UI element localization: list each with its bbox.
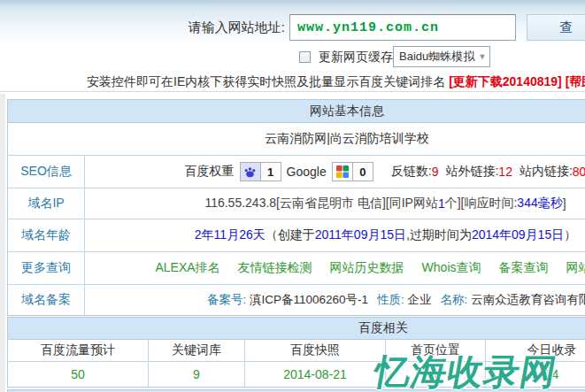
- site-info-table: 网站基本信息 云南消防网|尚云消防培训学校 SEO信息 百度权重 1 Googl…: [7, 99, 585, 316]
- google-pr-value: 0: [352, 163, 373, 181]
- site-info-header: 网站基本信息: [8, 100, 585, 123]
- same-ip-count[interactable]: 1: [438, 196, 445, 211]
- seo-tool-page: 请输入网站地址: 查 询 更新网页缓存 Baidu蜘蛛模拟 ▼ 安装控件即可在I…: [0, 0, 585, 392]
- horizontal-divider: [0, 91, 585, 92]
- domain-beian-content: 备案号: 滇ICP备11006260号-1 性质: 企业 名称: 云南众适教育咨…: [85, 285, 585, 315]
- same-ip-prefix: [同IP网站: [386, 196, 438, 211]
- help-link[interactable]: [帮助]: [562, 74, 585, 88]
- domain-ip-label: 域名IP: [8, 188, 85, 219]
- outlinks-value: 12: [498, 165, 512, 179]
- more-queries-content: ALEXA排名友情链接检测网站历史数据Whois查询备案查询网站排名: [85, 252, 585, 284]
- refresh-cache-label: 更新网页缓存: [319, 50, 393, 65]
- same-ip-suffix: 个]: [445, 196, 461, 211]
- value-traffic-estimate: 50: [8, 362, 149, 387]
- google-icon: [333, 163, 352, 181]
- baidu-weight-value: 1: [260, 163, 281, 181]
- beian-name-label: 名称:: [441, 293, 472, 306]
- google-pr-badge[interactable]: 0: [332, 162, 373, 181]
- age-suffix: ）: [564, 227, 576, 243]
- left-gutter: [0, 94, 5, 392]
- seo-info-label: SEO信息: [8, 156, 85, 188]
- domain-age-value: 2年11月26天: [195, 227, 266, 243]
- outlinks-label: 站外链接:: [445, 164, 498, 180]
- value-baidu-snapshot[interactable]: 2014-08-21: [245, 362, 386, 387]
- response-value: 344毫秒: [517, 196, 562, 211]
- link-whois-query[interactable]: Whois查询: [422, 260, 481, 276]
- google-label: Google: [287, 165, 327, 179]
- expire-prefix: ,过期时间为: [406, 227, 472, 243]
- watermark-text: 忆海收录网: [371, 348, 561, 392]
- created-date: 2011年09月15日: [315, 227, 406, 243]
- domain-beian-label: 域名备案: [8, 285, 85, 315]
- download-update-link[interactable]: [更新下载20140819]: [449, 74, 562, 88]
- backlinks-label: 反链数:: [391, 164, 432, 180]
- beian-number-value: 滇ICP备11006260号-1: [250, 293, 368, 306]
- col-traffic-estimate: 百度流量预计: [8, 340, 149, 361]
- link-site-history[interactable]: 网站历史数据: [330, 260, 404, 276]
- refresh-cache-checkbox[interactable]: [299, 51, 311, 63]
- link-site-rank[interactable]: 网站排名: [566, 260, 585, 276]
- seo-info-content: 百度权重 1 Google 0 反链数:9 站外链接:12: [85, 156, 585, 188]
- baidu-weight-label: 百度权重: [185, 164, 235, 180]
- domain-beian-row: 域名备案 备案号: 滇ICP备11006260号-1 性质: 企业 名称: 云南…: [8, 285, 585, 315]
- response-suffix: ]: [563, 196, 566, 211]
- created-prefix: （创建于: [266, 227, 315, 243]
- spider-mode-select[interactable]: Baidu蜘蛛模拟 ▼: [393, 46, 490, 67]
- site-title: 云南消防网|尚云消防培训学校: [8, 123, 585, 156]
- col-keyword-count: 关键词库: [149, 340, 245, 361]
- domain-ip-row: 域名IP 116.55.243.8[云南省昆明市 电信] [同IP网站1个] […: [8, 188, 585, 219]
- beian-number-label: 备案号:: [207, 293, 250, 306]
- baidu-paw-icon: [241, 163, 260, 181]
- backlinks-value: 9: [432, 165, 439, 179]
- url-input[interactable]: [289, 14, 516, 41]
- col-baidu-snapshot: 百度快照: [245, 340, 386, 361]
- more-queries-label: 更多查询: [8, 252, 85, 284]
- link-icp-query[interactable]: 备案查询: [499, 260, 549, 276]
- seo-info-row: SEO信息 百度权重 1 Google 0 反链数:9: [8, 156, 585, 188]
- baidu-related-header: 百度相关: [8, 318, 585, 340]
- install-notice: 安装控件即可在IE内核下获得实时快照及批量显示百度关键词排名 [更新下载2014…: [87, 74, 585, 90]
- baidu-weight-badge[interactable]: 1: [240, 162, 281, 181]
- chevron-down-icon: ▼: [475, 47, 489, 66]
- inlinks-label: 站内链接:: [520, 164, 573, 180]
- beian-nature-value: 企业: [408, 293, 432, 306]
- response-prefix: [响应时间:: [461, 196, 518, 211]
- ip-address: 116.55.243.8[云南省昆明市 电信]: [204, 196, 385, 211]
- domain-age-label: 域名年龄: [8, 219, 85, 251]
- domain-age-row: 域名年龄 2年11月26天（创建于2011年09月15日,过期时间为2014年0…: [8, 219, 585, 252]
- domain-ip-content: 116.55.243.8[云南省昆明市 电信] [同IP网站1个] [响应时间:…: [85, 188, 585, 219]
- value-keyword-count: 9: [149, 362, 245, 387]
- beian-name-value: 云南众适教育咨询有限公司: [471, 293, 585, 306]
- spider-mode-value: Baidu蜘蛛模拟: [394, 49, 475, 65]
- notice-text: 安装控件即可在IE内核下获得实时快照及批量显示百度关键词排名: [87, 74, 449, 88]
- more-queries-row: 更多查询 ALEXA排名友情链接检测网站历史数据Whois查询备案查询网站排名: [8, 252, 585, 285]
- link-friendly-links-check[interactable]: 友情链接检测: [238, 260, 312, 276]
- search-button[interactable]: 查 询: [527, 14, 585, 41]
- expire-date: 2014年09月15日: [472, 227, 564, 243]
- domain-age-content: 2年11月26天（创建于2011年09月15日,过期时间为2014年09月15日…: [85, 219, 585, 251]
- link-alexa-rank[interactable]: ALEXA排名: [155, 260, 219, 276]
- beian-nature-label: 性质:: [377, 293, 408, 306]
- inlinks-value: 80: [573, 165, 585, 179]
- url-input-label: 请输入网站地址:: [133, 19, 285, 36]
